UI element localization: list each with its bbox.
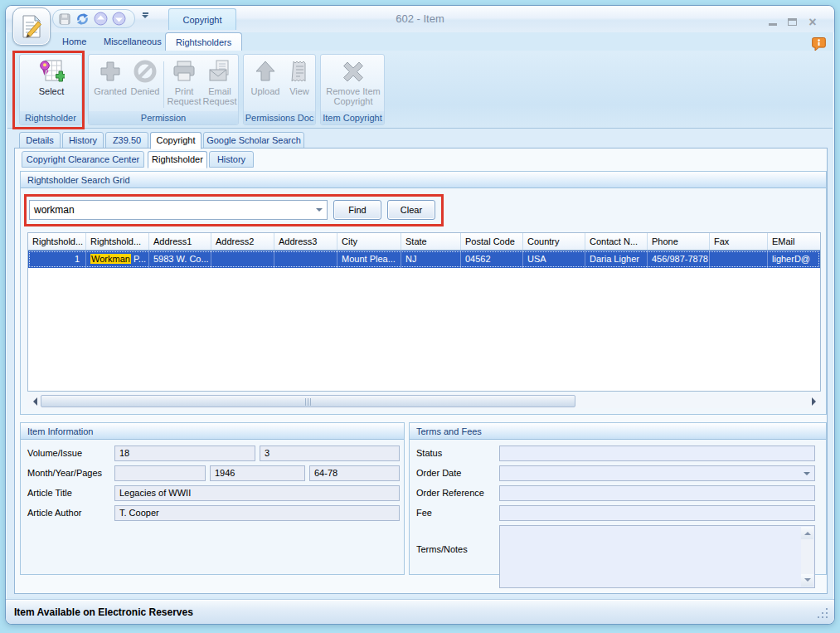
terms-notes-scrollbar[interactable] [801,527,813,587]
scroll-up-button[interactable] [801,527,813,539]
view-button[interactable]: View [285,57,313,96]
cell-state: NJ [401,251,461,268]
scroll-right-button[interactable] [808,394,821,408]
tab-z3950[interactable]: Z39.50 [105,132,148,149]
cell-city: Mount Plea... [337,251,401,268]
granted-button[interactable]: Granted [92,57,129,96]
email-request-button[interactable]: Email Request [202,57,237,106]
tab-copyright[interactable]: Copyright [150,132,202,149]
column-header-rightsholder-id[interactable]: Rightshold... [28,233,86,250]
no-symbol-icon [132,58,158,85]
column-header-email[interactable]: EMail [768,233,821,250]
triangle-up-icon [804,528,811,535]
content-area: Details History Z39.50 Copyright Google … [7,129,833,597]
email-icon [206,58,233,85]
tab-rightsholder[interactable]: Rightsholder [148,151,207,168]
tab-history[interactable]: History [62,132,104,149]
select-rightsholder-button[interactable]: Select [32,57,70,96]
search-match-highlight: Workman [90,254,131,264]
clear-button[interactable]: Clear [387,200,435,220]
search-dropdown-button[interactable] [313,202,326,218]
remove-item-copyright-button[interactable]: Remove Item Copyright [323,57,383,106]
terms-and-fees-title: Terms and Fees [410,423,826,440]
year-field[interactable]: 1946 [210,465,305,481]
column-header-postal-code[interactable]: Postal Code [461,233,523,250]
column-header-contact[interactable]: Contact N... [585,233,648,250]
find-button[interactable]: Find [333,200,381,220]
column-header-address1[interactable]: Address1 [149,233,211,250]
cell-email: ligherD@ [768,251,821,268]
receipt-icon [286,58,313,85]
column-header-rightsholder-name[interactable]: Rightshold... [86,233,149,250]
resize-grip[interactable] [826,616,828,618]
cell-fax [710,251,768,268]
printer-icon [171,58,197,85]
rightsholder-search-grid-title: Rightsholder Search Grid [21,172,826,188]
help-button[interactable] [812,36,826,51]
item-information-title: Item Information [21,423,404,440]
issue-field[interactable]: 3 [260,446,400,461]
column-header-address3[interactable]: Address3 [274,233,337,250]
scroll-down-button[interactable] [801,574,813,587]
cell-address3 [274,251,337,268]
tab-miscellaneous[interactable]: Miscellaneous [94,32,172,51]
column-header-phone[interactable]: Phone [648,233,710,250]
pages-field[interactable]: 64-78 [309,465,400,481]
cell-address1: 5983 W. Co... [149,251,211,268]
article-author-field[interactable]: T. Cooper [114,505,400,521]
cell-address2 [211,251,274,268]
denied-button[interactable]: Denied [129,57,162,96]
save-icon[interactable] [58,12,71,26]
ribbon-group-permissions-doc: Upload View Permissions Doc [243,54,316,125]
tab-rightsholders[interactable]: Rightsholders [165,32,242,51]
column-header-country[interactable]: Country [523,233,585,250]
column-header-address2[interactable]: Address2 [211,233,274,250]
upload-button[interactable]: Upload [246,57,284,96]
scrollbar-thumb[interactable] [41,395,575,407]
terms-and-fees-box: Terms and Fees Status Order Date Order R… [409,422,827,575]
application-window: 602 - Item × [5,5,835,625]
article-title-field[interactable]: Legacies of WWII [114,485,400,501]
volume-issue-label: Volume/Issue [27,446,82,461]
tab-details[interactable]: Details [19,132,61,149]
title-bar[interactable]: 602 - Item × [6,6,834,32]
refresh-icon[interactable] [75,12,90,26]
column-header-city[interactable]: City [337,233,401,250]
tab-copyright-clearance-center[interactable]: Copyright Clearance Center [22,151,144,168]
chevron-down-icon [316,208,323,215]
fee-field[interactable] [499,505,815,521]
rightsholder-search-input[interactable]: workman [29,200,328,220]
tab-home[interactable]: Home [52,32,96,51]
email-request-button-label: Email Request [203,86,237,106]
volume-field[interactable]: 18 [114,446,255,461]
customize-qat-dropdown[interactable] [140,12,150,22]
article-author-label: Article Author [27,505,81,521]
tab-google-scholar-search[interactable]: Google Scholar Search [203,132,304,149]
rightsholder-results-grid: Rightshold... Rightshold... Address1 Add… [27,232,821,392]
print-request-button[interactable]: Print Request [166,57,202,106]
terms-notes-label: Terms/Notes [416,542,468,558]
rightsholder-search-grid-box: Rightsholder Search Grid workman Find Cl… [20,171,827,415]
up-circle-icon[interactable] [94,12,108,26]
order-date-dropdown-button[interactable] [800,467,813,480]
order-date-field[interactable] [499,465,815,481]
month-field[interactable] [114,465,206,481]
down-circle-icon[interactable] [112,12,126,26]
grid-header-row: Rightshold... Rightshold... Address1 Add… [28,233,820,251]
terms-notes-textarea[interactable] [499,525,815,588]
status-field[interactable] [499,446,815,461]
ribbon-group-permission: Granted Denied Print Reque [88,54,239,125]
x-icon [340,58,367,85]
scroll-left-button[interactable] [27,394,41,408]
chevron-down-icon [804,472,810,479]
grid-horizontal-scrollbar[interactable] [27,394,821,408]
group-separator [163,61,164,108]
minimize-button[interactable] [765,16,781,30]
column-header-state[interactable]: State [401,233,461,250]
tab-history-sub[interactable]: History [209,151,254,168]
column-header-fax[interactable]: Fax [710,233,768,250]
grid-row-selected[interactable]: 1 Workman P... 5983 W. Co... Mount Plea.… [28,251,820,268]
close-button[interactable]: × [804,16,821,30]
order-reference-field[interactable] [499,485,815,501]
maximize-button[interactable] [784,16,800,30]
